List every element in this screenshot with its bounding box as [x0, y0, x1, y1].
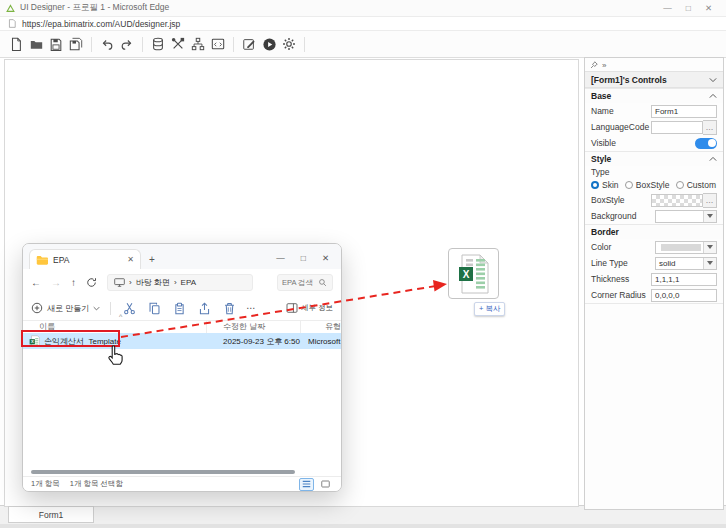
- column-name[interactable]: 이름 ^: [23, 320, 207, 333]
- languagecode-field[interactable]: [651, 121, 703, 134]
- column-date-modified[interactable]: 수정한 날짜: [207, 320, 301, 333]
- name-field[interactable]: [651, 105, 717, 118]
- column-headers: 이름 ^ 수정한 날짜 유형: [23, 320, 341, 333]
- edge-window: UI Designer - 프로필 1 - Microsoft Edge — □…: [0, 0, 726, 528]
- explorer-navbar: ← → ↑ › 바탕 화면 › EPA: [23, 269, 341, 297]
- border-color-label: Color: [591, 242, 611, 252]
- visible-toggle[interactable]: [695, 138, 717, 149]
- radio-boxstyle[interactable]: BoxStyle: [625, 180, 670, 190]
- boxstyle-browse-button[interactable]: …: [703, 193, 717, 208]
- corner-radius-field[interactable]: [651, 289, 717, 302]
- run-button[interactable]: [259, 34, 279, 54]
- save-all-button[interactable]: [66, 34, 86, 54]
- new-item-button[interactable]: 새로 만들기: [31, 302, 100, 314]
- breadcrumb-sep: ›: [129, 278, 132, 287]
- details-pane-button[interactable]: 세부 정보: [286, 303, 333, 313]
- thickness-field[interactable]: [651, 273, 717, 286]
- breadcrumb-folder[interactable]: EPA: [181, 278, 196, 287]
- tab-close-icon[interactable]: ✕: [127, 255, 134, 264]
- new-file-button[interactable]: [6, 34, 26, 54]
- up-button[interactable]: ↑: [71, 277, 76, 288]
- more-options-button[interactable]: ⋯: [246, 303, 256, 313]
- copy-drop-badge: + 복사: [474, 302, 505, 316]
- redo-button[interactable]: [117, 34, 137, 54]
- sort-ascending-icon: ^: [119, 313, 122, 320]
- form1-tab[interactable]: Form1: [8, 506, 94, 523]
- languagecode-label: LanguageCode: [591, 122, 649, 132]
- line-type-label: Line Type: [591, 258, 628, 268]
- column-type[interactable]: 유형: [301, 320, 341, 333]
- code-window-button[interactable]: [208, 34, 228, 54]
- explorer-close-button[interactable]: ✕: [322, 253, 329, 263]
- sitemap-button[interactable]: [188, 34, 208, 54]
- browser-titlebar: UI Designer - 프로필 1 - Microsoft Edge — □…: [0, 0, 726, 17]
- selected-count: 1개 항목 선택함: [70, 479, 123, 489]
- breadcrumb-desktop[interactable]: 바탕 화면: [136, 277, 170, 288]
- explorer-minimize-button[interactable]: —: [276, 253, 285, 263]
- horizontal-scrollbar[interactable]: [31, 470, 295, 474]
- panel-minibar: »: [585, 58, 723, 71]
- tools-button[interactable]: [168, 34, 188, 54]
- section-border[interactable]: Border: [585, 224, 723, 239]
- explorer-tab[interactable]: EPA ✕: [29, 249, 141, 269]
- window-title: UI Designer - 프로필 1 - Microsoft Edge: [20, 2, 169, 14]
- back-button[interactable]: ←: [31, 277, 41, 288]
- boxstyle-swatch[interactable]: [651, 194, 703, 207]
- chevron-down-icon: [709, 77, 717, 83]
- chevron-up-icon: [709, 156, 717, 162]
- minimize-button[interactable]: —: [663, 3, 672, 13]
- visible-label: Visible: [591, 138, 616, 148]
- edit-button[interactable]: [239, 34, 259, 54]
- paste-button[interactable]: [171, 300, 187, 316]
- save-button[interactable]: [46, 34, 66, 54]
- panel-collapse-button[interactable]: »: [602, 61, 606, 70]
- this-pc-icon: [114, 278, 125, 287]
- chevron-up-icon: [709, 93, 717, 99]
- plus-circle-icon: [31, 302, 43, 314]
- file-name: 손익계산서_Template: [44, 336, 121, 347]
- file-explorer-window[interactable]: EPA ✕ + — □ ✕ ← → ↑ › 바탕 화면 › EPA: [22, 243, 342, 492]
- type-radio-group: Skin BoxStyle Custom: [585, 178, 723, 192]
- excel-control[interactable]: X: [448, 248, 499, 299]
- folder-icon: [36, 255, 48, 265]
- undo-button[interactable]: [97, 34, 117, 54]
- copy-button[interactable]: [146, 300, 162, 316]
- radio-skin[interactable]: Skin: [591, 180, 619, 190]
- maximize-button[interactable]: □: [686, 3, 691, 13]
- settings-gear-button[interactable]: [279, 34, 299, 54]
- section-style[interactable]: Style: [585, 151, 723, 166]
- page-icon: [8, 19, 16, 28]
- explorer-maximize-button[interactable]: □: [301, 253, 306, 263]
- pin-icon[interactable]: [590, 61, 598, 69]
- refresh-button[interactable]: [86, 277, 97, 288]
- share-button[interactable]: [196, 300, 212, 316]
- list-view-button[interactable]: [299, 478, 314, 491]
- controls-header[interactable]: [Form1]'s Controls: [585, 71, 723, 88]
- line-type-dropdown[interactable]: solid: [655, 257, 717, 270]
- languagecode-browse-button[interactable]: …: [703, 120, 717, 135]
- name-label: Name: [591, 106, 614, 116]
- file-row-selected[interactable]: X 손익계산서_Template 2025-09-23 오후 6:50 Micr…: [23, 333, 341, 349]
- cut-button[interactable]: [121, 300, 137, 316]
- delete-button[interactable]: [221, 300, 237, 316]
- properties-panel: » [Form1]'s Controls Base Name LanguageC…: [584, 57, 724, 510]
- svg-text:X: X: [462, 269, 469, 280]
- new-tab-button[interactable]: +: [149, 254, 155, 265]
- background-dropdown[interactable]: [655, 210, 717, 223]
- forward-button[interactable]: →: [51, 277, 61, 288]
- file-date: 2025-09-23 오후 6:50: [207, 336, 301, 347]
- search-box[interactable]: [277, 274, 333, 291]
- excel-file-icon: X: [458, 254, 490, 294]
- breadcrumb-sep2: ›: [174, 278, 177, 287]
- section-base[interactable]: Base: [585, 88, 723, 103]
- breadcrumb[interactable]: › 바탕 화면 › EPA: [107, 274, 253, 291]
- radio-custom[interactable]: Custom: [676, 180, 716, 190]
- type-label: Type: [591, 167, 609, 177]
- search-input[interactable]: [282, 278, 318, 287]
- border-color-dropdown[interactable]: [655, 241, 717, 254]
- open-folder-button[interactable]: [26, 34, 46, 54]
- thumbnail-view-button[interactable]: [318, 478, 333, 491]
- close-button[interactable]: ✕: [705, 3, 712, 13]
- url-bar[interactable]: https://epa.bimatrix.com/AUD/designer.js…: [0, 17, 726, 31]
- database-button[interactable]: [148, 34, 168, 54]
